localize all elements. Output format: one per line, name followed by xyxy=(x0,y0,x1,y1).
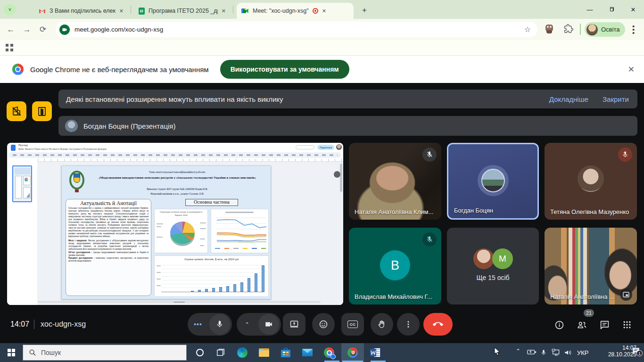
tray-clock[interactable]: 14:07 28.10.2025 xyxy=(595,345,636,358)
more-options-button[interactable] xyxy=(397,313,420,336)
window-close-button[interactable]: ✕ xyxy=(626,4,640,15)
start-button[interactable] xyxy=(6,347,17,358)
docs-horizontal-scrollbar[interactable] xyxy=(38,301,321,303)
mic-off-icon xyxy=(422,232,437,247)
extension-building-button[interactable] xyxy=(7,101,26,121)
participant-tile-initial[interactable]: В Владислав Михайлович Г... xyxy=(349,228,441,304)
meeting-details-button[interactable] xyxy=(553,319,565,330)
docs-avatar xyxy=(336,144,342,150)
gmail-icon xyxy=(39,8,46,15)
forward-button[interactable]: → xyxy=(19,25,35,34)
participant-tile-speaker[interactable]: Богдан Боцян xyxy=(447,143,539,220)
chevron-up-icon[interactable]: ⌃ xyxy=(237,321,257,328)
taskbar-search-box[interactable]: Пошук xyxy=(23,345,187,361)
docs-floating-button[interactable] xyxy=(334,171,340,178)
warning-text: Деякі встановлені розширення можуть впли… xyxy=(66,95,283,103)
captions-button[interactable]: CC xyxy=(341,313,364,336)
poster-author-line: Виконав студент ФІТ групи ЕкК-2400ЗМ Боц… xyxy=(88,188,267,190)
screen-share-tile[interactable]: Постер Файл Змінити Переглянути Вставити… xyxy=(7,143,343,305)
bar xyxy=(205,289,208,292)
window-maximize-button[interactable] xyxy=(604,4,619,15)
word-icon[interactable] xyxy=(370,347,381,358)
participant-tile-avatar[interactable]: Тетяна Олегівна Мазуренко xyxy=(545,143,637,220)
poster-right-panel: Основна частина Структура посівної площі… xyxy=(154,199,269,296)
end-call-button[interactable] xyxy=(423,313,453,336)
ms-store-icon[interactable] xyxy=(280,347,291,358)
profile-chip[interactable]: Освіта xyxy=(585,22,625,37)
emoji-button[interactable] xyxy=(312,313,335,336)
bar xyxy=(255,273,257,292)
tab-search-button[interactable]: ˅ xyxy=(4,4,16,15)
docs-menu-bar[interactable]: Файл Змінити Переглянути Вставити Формат… xyxy=(18,148,107,150)
apps-grid-icon[interactable] xyxy=(6,44,13,51)
participant-tile-video[interactable]: Наталія Анатоліївна ... xyxy=(545,228,637,304)
edge-icon[interactable] xyxy=(237,347,248,358)
tab-meet-active[interactable]: Meet: "xoc-udgn-xsg" ✕ xyxy=(237,3,354,19)
page-thumbnail[interactable] xyxy=(12,165,32,202)
cortana-icon[interactable] xyxy=(194,347,206,358)
network-icon[interactable] xyxy=(552,349,561,358)
task-view-icon[interactable] xyxy=(215,347,226,358)
banner-close-icon[interactable]: ✕ xyxy=(628,65,635,74)
bookmark-star-icon[interactable]: ☆ xyxy=(524,25,531,34)
extension-door-button[interactable] xyxy=(32,101,52,121)
reload-button[interactable]: ⟳ xyxy=(35,25,51,34)
people-button[interactable] xyxy=(576,319,587,330)
bar xyxy=(219,287,222,292)
dismiss-link[interactable]: Закрити xyxy=(603,95,629,103)
poster-subject-lead: Предмет дослідження xyxy=(68,257,92,259)
file-explorer-icon[interactable] xyxy=(258,347,270,358)
tab-close-icon[interactable]: ✕ xyxy=(322,8,326,14)
tab-gmail[interactable]: З Вами поділились електронн ✕ xyxy=(34,3,128,19)
volume-icon[interactable] xyxy=(564,349,572,358)
tab-close-icon[interactable]: ✕ xyxy=(119,8,124,14)
bar xyxy=(240,282,243,292)
activities-button[interactable] xyxy=(621,319,633,330)
new-tab-button[interactable]: + xyxy=(359,5,370,16)
extensions-puzzle-icon[interactable] xyxy=(564,24,573,35)
mic-button[interactable]: ••• xyxy=(188,313,232,336)
bar xyxy=(212,288,215,292)
docs-toolbar xyxy=(9,152,341,158)
screen: ˅ З Вами поділились електронн ✕ Програма… xyxy=(0,0,644,362)
tab-title: Meet: "xoc-udgn-xsg" xyxy=(253,8,309,14)
bar-chart-title: Оцінка прямих збитків, $ млн, на 2024 рі… xyxy=(155,256,268,261)
back-button[interactable]: ← xyxy=(3,25,19,34)
address-bar[interactable]: meet.google.com/xoc-udgn-xsg ☆ xyxy=(56,22,537,37)
use-default-button[interactable]: Використовувати за умовчанням xyxy=(220,60,349,79)
poster-supervisor-line: Науковий керівник к.е.н., доцент Галаєва… xyxy=(88,192,267,195)
tray-mic-icon[interactable] xyxy=(540,349,547,358)
present-button[interactable] xyxy=(283,313,305,336)
participants-overflow-tile[interactable]: M Ще 15 осіб xyxy=(447,228,539,304)
camera-icon xyxy=(264,320,273,329)
bar-chart-lane xyxy=(161,265,264,292)
window-minimize-button[interactable]: — xyxy=(583,4,597,15)
participant-tile-video[interactable]: Наталія Анатоліївна Клим... xyxy=(349,143,441,220)
chrome-taskbar-icon-active[interactable] xyxy=(347,347,358,358)
notification-center-icon[interactable]: 1 xyxy=(632,347,640,356)
audio-level-indicator: ••• xyxy=(188,321,208,328)
participant-name: Богдан Боцян xyxy=(454,207,493,214)
docs-share-button[interactable]: Поділитися xyxy=(317,145,334,150)
meeting-code-label: xoc-udgn-xsg xyxy=(41,320,86,329)
mail-icon[interactable] xyxy=(302,347,313,358)
tab-sheets[interactable]: Програма ІТЕТО 2025 _драфт – ✕ xyxy=(134,3,231,19)
chat-button[interactable] xyxy=(599,319,610,330)
browser-menu-icon[interactable]: ••• xyxy=(632,25,635,34)
meet-icon xyxy=(241,8,249,14)
profile-badge xyxy=(330,354,336,359)
participant-name: Наталія Анатоліївна Клим... xyxy=(355,208,433,215)
maximize-icon xyxy=(609,7,614,12)
tab-close-icon[interactable]: ✕ xyxy=(222,8,226,14)
chrome-taskbar-icon[interactable] xyxy=(323,347,335,358)
extension-owl-icon[interactable] xyxy=(545,24,554,34)
presenter-avatar xyxy=(65,120,78,132)
language-indicator[interactable]: УКР xyxy=(577,349,589,356)
pip-button[interactable] xyxy=(620,288,632,301)
raise-hand-button[interactable] xyxy=(371,313,393,336)
docs-vertical-scrollbar[interactable] xyxy=(340,164,342,301)
tray-chevron-icon[interactable]: ⌃ xyxy=(516,348,520,354)
camera-button[interactable]: ⌃ xyxy=(237,313,281,336)
docs-zoom-control[interactable] xyxy=(296,145,314,149)
learn-more-link[interactable]: Докладніше xyxy=(549,95,588,103)
